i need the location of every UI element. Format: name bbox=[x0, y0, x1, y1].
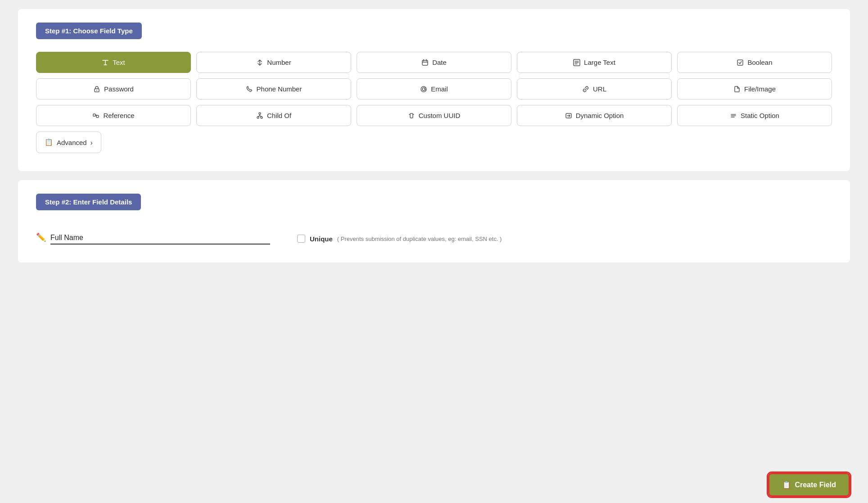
field-type-btn-reference[interactable]: Reference bbox=[36, 105, 191, 126]
field-type-label-boolean: Boolean bbox=[747, 59, 772, 66]
field-type-label-email: Email bbox=[431, 85, 448, 93]
field-type-icon-static-option bbox=[730, 112, 737, 119]
field-type-icon-file-image bbox=[733, 86, 741, 93]
field-type-icon-email bbox=[420, 86, 427, 93]
field-type-btn-text[interactable]: Text bbox=[36, 52, 191, 73]
field-type-label-custom-uuid: Custom UUID bbox=[419, 112, 461, 119]
field-type-icon-custom-uuid bbox=[408, 112, 415, 119]
field-type-btn-email[interactable]: Email bbox=[357, 78, 511, 100]
svg-rect-2 bbox=[737, 60, 743, 65]
advanced-chevron: › bbox=[90, 139, 93, 146]
create-field-label: Create Field bbox=[795, 481, 836, 489]
svg-point-5 bbox=[422, 88, 425, 91]
field-type-label-phone-number: Phone Number bbox=[257, 85, 302, 93]
field-type-label-date: Date bbox=[432, 59, 447, 66]
field-type-grid: TextNumberDateLarge TextBooleanPasswordP… bbox=[36, 52, 832, 126]
field-type-btn-custom-uuid[interactable]: Custom UUID bbox=[357, 105, 511, 126]
step2-card: Step #2: Enter Field Details ✏️ Unique (… bbox=[18, 180, 850, 263]
field-type-icon-child-of bbox=[256, 112, 263, 119]
field-type-label-static-option: Static Option bbox=[741, 112, 779, 119]
field-type-icon-date bbox=[421, 59, 429, 66]
field-type-label-text: Text bbox=[113, 59, 125, 66]
svg-point-4 bbox=[96, 90, 97, 91]
field-type-label-large-text: Large Text bbox=[584, 59, 615, 66]
field-type-label-number: Number bbox=[267, 59, 291, 66]
advanced-icon: 📋 bbox=[45, 138, 53, 146]
field-type-label-dynamic-option: Dynamic Option bbox=[576, 112, 624, 119]
create-field-icon: 📋 bbox=[782, 480, 791, 489]
svg-rect-0 bbox=[422, 60, 428, 65]
svg-point-6 bbox=[421, 86, 426, 92]
field-name-wrapper: ✏️ bbox=[36, 232, 270, 245]
field-name-input[interactable] bbox=[50, 232, 270, 245]
field-type-btn-url[interactable]: URL bbox=[517, 78, 672, 100]
field-type-label-child-of: Child Of bbox=[267, 112, 291, 119]
unique-wrapper: Unique ( Prevents submission of duplicat… bbox=[297, 235, 502, 243]
advanced-button[interactable]: 📋 Advanced › bbox=[36, 131, 101, 153]
field-type-btn-file-image[interactable]: File/Image bbox=[677, 78, 832, 100]
step1-badge: Step #1: Choose Field Type bbox=[36, 23, 142, 39]
advanced-label: Advanced bbox=[57, 139, 87, 146]
bottom-bar: 📋 Create Field bbox=[0, 467, 868, 503]
step1-card: Step #1: Choose Field Type TextNumberDat… bbox=[18, 9, 850, 171]
field-type-label-file-image: File/Image bbox=[744, 85, 776, 93]
field-name-icon: ✏️ bbox=[36, 232, 46, 242]
field-type-btn-large-text[interactable]: Large Text bbox=[517, 52, 672, 73]
field-type-btn-phone-number[interactable]: Phone Number bbox=[196, 78, 351, 100]
field-type-icon-boolean bbox=[737, 59, 744, 66]
field-type-icon-text bbox=[102, 59, 109, 66]
field-details-form: ✏️ Unique ( Prevents submission of dupli… bbox=[36, 232, 832, 245]
field-type-icon-reference bbox=[92, 112, 99, 119]
unique-checkbox[interactable] bbox=[297, 235, 305, 243]
field-type-icon-password bbox=[93, 86, 100, 93]
field-type-btn-boolean[interactable]: Boolean bbox=[677, 52, 832, 73]
field-type-label-url: URL bbox=[593, 85, 606, 93]
field-type-icon-phone-number bbox=[246, 86, 253, 93]
unique-sub-label: ( Prevents submission of duplicate value… bbox=[337, 236, 502, 242]
unique-label: Unique bbox=[310, 235, 333, 243]
field-type-icon-url bbox=[582, 86, 589, 93]
field-type-btn-number[interactable]: Number bbox=[196, 52, 351, 73]
field-type-btn-dynamic-option[interactable]: Dynamic Option bbox=[517, 105, 672, 126]
field-type-label-reference: Reference bbox=[103, 112, 134, 119]
field-type-icon-number bbox=[256, 59, 263, 66]
create-field-button[interactable]: 📋 Create Field bbox=[768, 473, 850, 497]
field-type-label-password: Password bbox=[104, 85, 134, 93]
field-type-btn-password[interactable]: Password bbox=[36, 78, 191, 100]
field-type-btn-static-option[interactable]: Static Option bbox=[677, 105, 832, 126]
field-type-icon-large-text bbox=[573, 59, 580, 66]
field-type-btn-child-of[interactable]: Child Of bbox=[196, 105, 351, 126]
step2-badge: Step #2: Enter Field Details bbox=[36, 194, 141, 210]
field-type-icon-dynamic-option bbox=[565, 112, 572, 119]
field-type-btn-date[interactable]: Date bbox=[357, 52, 511, 73]
